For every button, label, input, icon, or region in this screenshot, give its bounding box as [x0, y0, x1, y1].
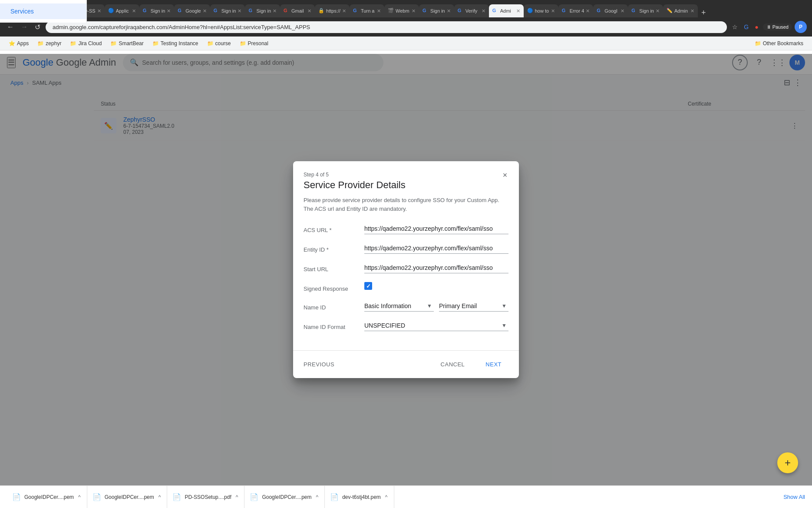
tab-https[interactable]: 🔒 https:// ✕ [315, 4, 350, 17]
tab-close[interactable]: ✕ [621, 8, 624, 14]
extension-icon2[interactable]: ● [753, 22, 760, 32]
tab-sign3[interactable]: G Sign in ✕ [245, 4, 280, 17]
tab-sign2[interactable]: G Sign in ✕ [210, 4, 245, 17]
bookmark-label: Jira Cloud [78, 40, 102, 46]
tab-close[interactable]: ✕ [203, 8, 207, 14]
dialog-close-button[interactable]: × [498, 168, 512, 182]
tab-close[interactable]: ✕ [551, 8, 555, 14]
tab-favicon: 🔵 [108, 8, 114, 14]
download-expand-icon[interactable]: ^ [158, 493, 162, 501]
tab-verify[interactable]: G Verify ✕ [454, 4, 489, 17]
tab-close[interactable]: ✕ [690, 8, 694, 14]
tab-favicon: 🔒 [318, 8, 324, 14]
download-filename: GoogleIDPCer....pem [24, 494, 74, 500]
url-input[interactable] [46, 21, 727, 33]
tab-favicon: G [562, 8, 568, 14]
profile-button[interactable]: P [795, 21, 807, 33]
modal-overlay: Step 4 of 5 Service Provider Details Ple… [0, 54, 812, 485]
download-item-2: 📄 GoogleIDPCer....pem ^ [87, 486, 168, 508]
download-expand-icon[interactable]: ^ [235, 493, 239, 501]
new-tab-button[interactable]: + [698, 8, 710, 17]
tab-google2[interactable]: G Googl ✕ [593, 4, 628, 17]
bookmark-smartbear[interactable]: 📁 SmartBear [107, 40, 147, 47]
tab-howto[interactable]: 🔵 how to ✕ [524, 4, 558, 17]
bookmark-label: Testing Instance [161, 40, 198, 46]
tab-close[interactable]: ✕ [273, 8, 277, 14]
tab-sign5[interactable]: G Sign in ✕ [628, 4, 663, 17]
back-button[interactable]: ← [5, 21, 16, 33]
tab-close[interactable]: ✕ [656, 8, 660, 14]
download-file-icon: 📄 [330, 493, 339, 501]
download-item-3: 📄 PD-SSOSetup....pdf ^ [167, 486, 244, 508]
previous-button[interactable]: PREVIOUS [304, 358, 334, 371]
tab-close[interactable]: ✕ [447, 8, 451, 14]
start-url-input[interactable] [364, 262, 508, 273]
tab-label: Sign in [430, 8, 445, 13]
tab-close[interactable]: ✕ [132, 8, 136, 14]
tab-close[interactable]: ✕ [377, 8, 381, 14]
name-id-select1[interactable]: Basic Information Primary Email [364, 301, 434, 311]
tab-label: Admi [500, 8, 515, 13]
name-id-select1-wrapper: Basic Information Primary Email ▼ [364, 301, 434, 312]
signed-response-field [364, 282, 508, 290]
name-id-row: Name ID Basic Information Primary Email … [304, 301, 508, 312]
show-all-button[interactable]: Show All [783, 494, 805, 500]
tab-close[interactable]: ✕ [97, 8, 101, 14]
extension-icon1[interactable]: G [742, 22, 750, 32]
reload-button[interactable]: ↺ [33, 21, 42, 33]
dialog-description: Please provide service provider details … [304, 196, 508, 213]
tab-favicon: G [214, 8, 220, 14]
tab-webm[interactable]: 🎬 Webm ✕ [384, 4, 419, 17]
download-item-5: 📄 dev-t6stj4bt.pem ^ [325, 486, 394, 508]
bookmark-zephyr[interactable]: 📁 zephyr [34, 40, 65, 47]
tab-favicon: G [353, 8, 359, 14]
download-expand-icon[interactable]: ^ [77, 493, 82, 501]
tab-close[interactable]: ✕ [482, 8, 485, 14]
entity-id-input[interactable] [364, 243, 508, 254]
tab-close[interactable]: ✕ [586, 8, 590, 14]
service-provider-dialog: Step 4 of 5 Service Provider Details Ple… [293, 161, 519, 378]
tab-applic[interactable]: 🔵 Applic ✕ [105, 4, 139, 17]
acs-url-input[interactable] [364, 223, 508, 234]
download-item-4: 📄 GoogleIDPCer....pem ^ [244, 486, 325, 508]
download-expand-icon[interactable]: ^ [384, 493, 389, 501]
bookmark-folder-icon: 📁 [755, 40, 761, 46]
bookmark-course[interactable]: 📁 course [204, 40, 234, 47]
tab-sign4[interactable]: G Sign in ✕ [419, 4, 454, 17]
fab-button[interactable]: + [777, 452, 798, 473]
download-expand-icon[interactable]: ^ [315, 493, 320, 501]
sidebar-item-services[interactable]: Services [0, 3, 86, 19]
name-id-select2[interactable]: Primary Email [439, 301, 508, 311]
bookmark-star-icon[interactable]: ☆ [730, 22, 739, 32]
cancel-button[interactable]: CANCEL [434, 358, 472, 371]
tab-close[interactable]: ✕ [307, 8, 311, 14]
next-button[interactable]: NEXT [479, 358, 508, 371]
tab-close[interactable]: ✕ [516, 8, 520, 14]
forward-button[interactable]: → [19, 21, 30, 33]
tab-turn[interactable]: G Turn a ✕ [350, 4, 384, 17]
tab-error[interactable]: G Error 4 ✕ [558, 4, 594, 17]
tab-close[interactable]: ✕ [342, 8, 346, 14]
tab-sign1[interactable]: G Sign in ✕ [139, 4, 175, 17]
signed-response-checkbox[interactable] [364, 282, 372, 290]
tab-admin-active[interactable]: G Admi ✕ [489, 4, 524, 17]
tab-close[interactable]: ✕ [238, 8, 241, 14]
tab-label: Applic [116, 8, 130, 13]
name-id-format-row: Name ID Format UNSPECIFIED ▼ [304, 320, 508, 331]
tab-close[interactable]: ✕ [167, 8, 171, 14]
tab-gmail[interactable]: G Gmail ✕ [280, 4, 315, 17]
bookmark-presonal[interactable]: 📁 Presonal [236, 40, 272, 47]
tab-bar: 🔖 [Custo ✕ 🟡 smartt ✕ 🟠 PD-SS ✕ 🔵 Applic… [0, 0, 812, 17]
tab-close[interactable]: ✕ [412, 8, 416, 14]
bookmark-other[interactable]: 📁 Other Bookmarks [751, 40, 807, 47]
bookmark-label: course [215, 40, 231, 46]
bookmark-apps[interactable]: ⭐ Apps [5, 40, 32, 47]
tab-google[interactable]: G Google ✕ [174, 4, 210, 17]
tab-label: Turn a [361, 8, 375, 13]
name-id-format-select[interactable]: UNSPECIFIED [364, 320, 508, 331]
tab-adminlast[interactable]: ✏️ Admin ✕ [663, 4, 698, 17]
bookmark-jira[interactable]: 📁 Jira Cloud [66, 40, 105, 47]
address-icons: ☆ G ● ⏸ Paused P [730, 21, 807, 33]
bookmark-testing[interactable]: 📁 Testing Instance [149, 40, 202, 47]
tab-label: Admin [674, 8, 689, 13]
